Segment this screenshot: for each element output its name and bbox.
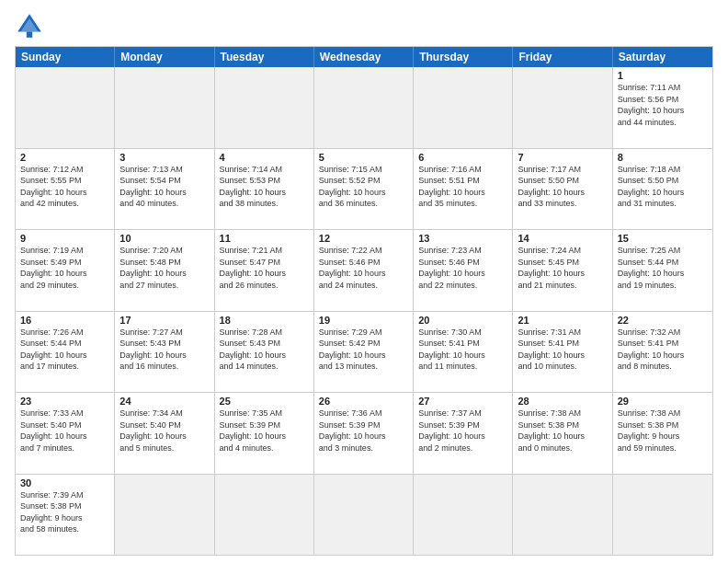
day-number: 5	[319, 152, 408, 163]
calendar: SundayMondayTuesdayWednesdayThursdayFrid…	[15, 46, 713, 556]
calendar-cell: 18Sunrise: 7:28 AM Sunset: 5:43 PM Dayli…	[215, 312, 314, 393]
weekday-header: Saturday	[613, 47, 712, 67]
weekday-header: Monday	[115, 47, 214, 67]
weekday-header: Wednesday	[314, 47, 414, 67]
day-info: Sunrise: 7:19 AM Sunset: 5:49 PM Dayligh…	[20, 245, 109, 291]
day-info: Sunrise: 7:26 AM Sunset: 5:44 PM Dayligh…	[20, 327, 109, 373]
day-number: 9	[20, 233, 109, 244]
calendar-cell	[215, 67, 314, 148]
day-info: Sunrise: 7:15 AM Sunset: 5:52 PM Dayligh…	[319, 164, 408, 210]
day-info: Sunrise: 7:31 AM Sunset: 5:41 PM Dayligh…	[518, 327, 607, 373]
calendar-cell	[115, 67, 214, 148]
day-number: 11	[220, 233, 309, 244]
day-number: 7	[518, 152, 607, 163]
calendar-cell: 29Sunrise: 7:38 AM Sunset: 5:38 PM Dayli…	[613, 393, 712, 474]
day-info: Sunrise: 7:24 AM Sunset: 5:45 PM Dayligh…	[518, 245, 607, 291]
calendar-cell	[314, 475, 414, 556]
calendar-cell	[215, 475, 314, 556]
day-number: 4	[220, 152, 309, 163]
day-number: 17	[119, 315, 209, 326]
day-number: 12	[319, 233, 408, 244]
day-number: 24	[119, 396, 209, 407]
calendar-cell	[414, 67, 513, 148]
calendar-cell: 9Sunrise: 7:19 AM Sunset: 5:49 PM Daylig…	[16, 230, 115, 311]
calendar-cell	[513, 67, 612, 148]
day-info: Sunrise: 7:18 AM Sunset: 5:50 PM Dayligh…	[618, 164, 708, 210]
calendar-cell: 23Sunrise: 7:33 AM Sunset: 5:40 PM Dayli…	[16, 393, 115, 474]
day-number: 10	[119, 233, 209, 244]
calendar-cell	[613, 475, 712, 556]
day-info: Sunrise: 7:37 AM Sunset: 5:39 PM Dayligh…	[418, 408, 507, 454]
weekday-header: Sunday	[16, 47, 115, 67]
day-info: Sunrise: 7:13 AM Sunset: 5:54 PM Dayligh…	[119, 164, 209, 210]
calendar-cell: 6Sunrise: 7:16 AM Sunset: 5:51 PM Daylig…	[414, 149, 513, 230]
day-info: Sunrise: 7:38 AM Sunset: 5:38 PM Dayligh…	[618, 408, 708, 454]
day-info: Sunrise: 7:29 AM Sunset: 5:42 PM Dayligh…	[319, 327, 408, 373]
day-number: 20	[418, 315, 507, 326]
logo	[15, 11, 48, 40]
calendar-row: 16Sunrise: 7:26 AM Sunset: 5:44 PM Dayli…	[16, 312, 712, 394]
day-number: 26	[319, 396, 408, 407]
logo-icon	[15, 11, 44, 40]
calendar-cell: 25Sunrise: 7:35 AM Sunset: 5:39 PM Dayli…	[215, 393, 314, 474]
day-number: 22	[618, 315, 708, 326]
day-number: 19	[319, 315, 408, 326]
day-info: Sunrise: 7:14 AM Sunset: 5:53 PM Dayligh…	[220, 164, 309, 210]
day-info: Sunrise: 7:11 AM Sunset: 5:56 PM Dayligh…	[618, 82, 708, 128]
day-info: Sunrise: 7:21 AM Sunset: 5:47 PM Dayligh…	[220, 245, 309, 291]
calendar-row: 30Sunrise: 7:39 AM Sunset: 5:38 PM Dayli…	[16, 475, 712, 556]
calendar-cell: 27Sunrise: 7:37 AM Sunset: 5:39 PM Dayli…	[414, 393, 513, 474]
day-info: Sunrise: 7:25 AM Sunset: 5:44 PM Dayligh…	[618, 245, 708, 291]
day-info: Sunrise: 7:36 AM Sunset: 5:39 PM Dayligh…	[319, 408, 408, 454]
calendar-cell: 8Sunrise: 7:18 AM Sunset: 5:50 PM Daylig…	[613, 149, 712, 230]
calendar-cell: 28Sunrise: 7:38 AM Sunset: 5:38 PM Dayli…	[513, 393, 612, 474]
day-info: Sunrise: 7:16 AM Sunset: 5:51 PM Dayligh…	[418, 164, 507, 210]
calendar-cell: 16Sunrise: 7:26 AM Sunset: 5:44 PM Dayli…	[16, 312, 115, 393]
calendar-cell: 5Sunrise: 7:15 AM Sunset: 5:52 PM Daylig…	[314, 149, 414, 230]
calendar-body: 1Sunrise: 7:11 AM Sunset: 5:56 PM Daylig…	[16, 67, 712, 555]
day-info: Sunrise: 7:27 AM Sunset: 5:43 PM Dayligh…	[119, 327, 209, 373]
svg-rect-2	[27, 31, 32, 37]
page: SundayMondayTuesdayWednesdayThursdayFrid…	[0, 0, 728, 563]
calendar-cell: 4Sunrise: 7:14 AM Sunset: 5:53 PM Daylig…	[215, 149, 314, 230]
day-number: 28	[518, 396, 607, 407]
calendar-row: 2Sunrise: 7:12 AM Sunset: 5:55 PM Daylig…	[16, 149, 712, 231]
calendar-cell	[115, 475, 214, 556]
day-info: Sunrise: 7:32 AM Sunset: 5:41 PM Dayligh…	[618, 327, 708, 373]
calendar-row: 9Sunrise: 7:19 AM Sunset: 5:49 PM Daylig…	[16, 230, 712, 312]
day-number: 29	[618, 396, 708, 407]
day-info: Sunrise: 7:34 AM Sunset: 5:40 PM Dayligh…	[119, 408, 209, 454]
day-number: 6	[418, 152, 507, 163]
day-number: 1	[618, 70, 708, 81]
calendar-cell: 26Sunrise: 7:36 AM Sunset: 5:39 PM Dayli…	[314, 393, 414, 474]
day-info: Sunrise: 7:20 AM Sunset: 5:48 PM Dayligh…	[119, 245, 209, 291]
day-number: 21	[518, 315, 607, 326]
day-number: 18	[220, 315, 309, 326]
weekday-header: Friday	[513, 47, 612, 67]
calendar-cell: 14Sunrise: 7:24 AM Sunset: 5:45 PM Dayli…	[513, 230, 612, 311]
calendar-cell: 19Sunrise: 7:29 AM Sunset: 5:42 PM Dayli…	[314, 312, 414, 393]
day-number: 25	[220, 396, 309, 407]
day-number: 13	[418, 233, 507, 244]
calendar-cell: 22Sunrise: 7:32 AM Sunset: 5:41 PM Dayli…	[613, 312, 712, 393]
day-number: 27	[418, 396, 507, 407]
day-info: Sunrise: 7:35 AM Sunset: 5:39 PM Dayligh…	[220, 408, 309, 454]
day-number: 23	[20, 396, 109, 407]
calendar-header: SundayMondayTuesdayWednesdayThursdayFrid…	[16, 47, 712, 67]
calendar-cell: 7Sunrise: 7:17 AM Sunset: 5:50 PM Daylig…	[513, 149, 612, 230]
day-number: 30	[20, 477, 109, 488]
calendar-cell: 20Sunrise: 7:30 AM Sunset: 5:41 PM Dayli…	[414, 312, 513, 393]
day-info: Sunrise: 7:22 AM Sunset: 5:46 PM Dayligh…	[319, 245, 408, 291]
day-info: Sunrise: 7:38 AM Sunset: 5:38 PM Dayligh…	[518, 408, 607, 454]
day-info: Sunrise: 7:23 AM Sunset: 5:46 PM Dayligh…	[418, 245, 507, 291]
calendar-cell: 15Sunrise: 7:25 AM Sunset: 5:44 PM Dayli…	[613, 230, 712, 311]
day-info: Sunrise: 7:17 AM Sunset: 5:50 PM Dayligh…	[518, 164, 607, 210]
day-number: 2	[20, 152, 109, 163]
day-number: 16	[20, 315, 109, 326]
calendar-cell: 11Sunrise: 7:21 AM Sunset: 5:47 PM Dayli…	[215, 230, 314, 311]
calendar-cell: 24Sunrise: 7:34 AM Sunset: 5:40 PM Dayli…	[115, 393, 214, 474]
day-info: Sunrise: 7:33 AM Sunset: 5:40 PM Dayligh…	[20, 408, 109, 454]
calendar-row: 1Sunrise: 7:11 AM Sunset: 5:56 PM Daylig…	[16, 67, 712, 149]
day-info: Sunrise: 7:30 AM Sunset: 5:41 PM Dayligh…	[418, 327, 507, 373]
day-number: 8	[618, 152, 708, 163]
